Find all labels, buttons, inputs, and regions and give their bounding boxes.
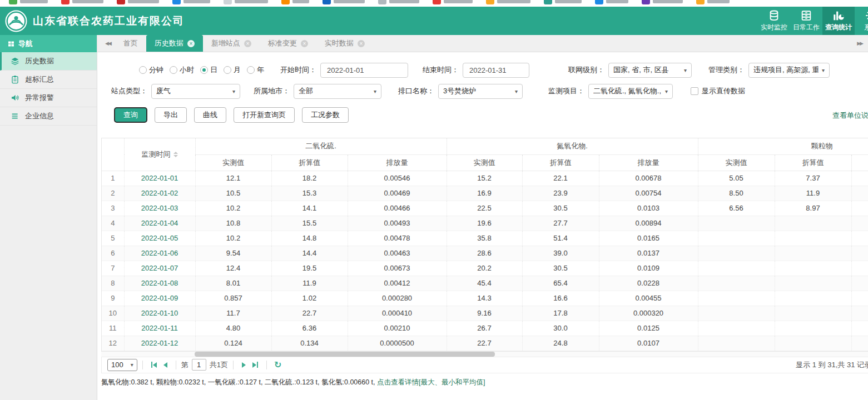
bookmark-item[interactable] — [595, 0, 628, 4]
speaker-icon — [11, 93, 19, 102]
date-link[interactable]: 2022-01-11 — [124, 321, 195, 336]
bookmark-item[interactable] — [642, 0, 683, 4]
date-link[interactable]: 2022-01-05 — [124, 231, 195, 246]
sort-icon[interactable] — [173, 152, 178, 157]
station-type-select[interactable]: 废气▾ — [151, 84, 240, 99]
close-icon[interactable]: × — [187, 40, 195, 47]
prev-page-button[interactable] — [160, 362, 171, 368]
close-icon[interactable]: × — [301, 40, 308, 47]
scrollbar-thumb[interactable] — [195, 352, 495, 357]
bookmark-item[interactable] — [281, 0, 309, 4]
bookmark-item[interactable] — [378, 0, 419, 4]
manage-type-select[interactable]: 违规项目, 高架源, 重点排▾ — [748, 63, 830, 78]
bookmark-item[interactable] — [9, 0, 48, 4]
gear-icon — [865, 9, 868, 22]
network-level-label: 联网级别： — [568, 65, 604, 75]
date-link[interactable]: 2022-01-03 — [124, 201, 195, 216]
sidebar-item-企业信息[interactable]: 企业信息 — [0, 107, 97, 126]
tab-实时数据[interactable]: 实时数据× — [316, 35, 373, 52]
header-nav-日常工作[interactable]: 日常工作 — [790, 7, 822, 35]
bookmark-item[interactable] — [486, 0, 530, 4]
tab-历史数据[interactable]: 历史数据× — [146, 35, 203, 52]
page-number-input[interactable]: 1 — [192, 359, 206, 371]
tab-首页[interactable]: 首页 — [115, 35, 146, 52]
tab-scroll-left-icon[interactable]: ◀◀ — [105, 41, 111, 46]
header-nav-查询统计[interactable]: 查询统计 — [822, 7, 855, 35]
tab-label: 历史数据 — [155, 38, 183, 48]
sidebar-item-历史数据[interactable]: 历史数据 — [0, 52, 97, 71]
date-link[interactable]: 2022-01-04 — [124, 216, 195, 231]
header-nav-系统[interactable]: 系统 — [855, 7, 868, 35]
bookmark-item[interactable] — [544, 0, 582, 4]
city-select[interactable]: 全部▾ — [294, 84, 381, 99]
period-radio-月[interactable]: 月 — [224, 65, 241, 75]
page-title: 山东省联合农药工业有限公司 — [33, 14, 185, 28]
tab-标准变更[interactable]: 标准变更× — [260, 35, 316, 52]
value-cell: 0.134 — [271, 336, 348, 351]
curve-button[interactable]: 曲线 — [194, 107, 226, 123]
last-page-button[interactable] — [249, 362, 261, 368]
time-column-header[interactable]: 监测时间 — [124, 138, 195, 171]
start-time-input[interactable]: 2022-01-01 — [320, 63, 408, 78]
sub-column-header: 实测值 — [195, 154, 271, 171]
bookmark-item[interactable] — [323, 0, 365, 4]
period-radio-日[interactable]: 日 — [200, 65, 217, 75]
refresh-icon[interactable]: ↻ — [274, 359, 281, 370]
sidebar-item-异常报警[interactable]: 异常报警 — [0, 89, 97, 107]
first-page-button[interactable] — [148, 362, 160, 368]
value-cell — [851, 171, 868, 186]
tab-新增站点[interactable]: 新增站点× — [203, 35, 260, 52]
unit-note-link[interactable]: 查看单位说明 — [832, 111, 868, 121]
bookmark-item[interactable] — [172, 0, 210, 4]
value-cell: 8.97 — [775, 201, 851, 216]
tab-scroll-right-icon[interactable]: ▶▶ — [857, 41, 862, 46]
value-cell: 0.00210 — [348, 321, 447, 336]
date-link[interactable]: 2022-01-12 — [124, 336, 195, 351]
city-label: 所属地市： — [254, 86, 290, 96]
network-level-select[interactable]: 国家, 省, 市, 区县▾ — [608, 63, 692, 78]
value-cell: 0.00478 — [348, 231, 447, 246]
value-cell: 0.0125 — [599, 321, 698, 336]
page-size-select[interactable]: 100 ▾ — [107, 359, 137, 371]
outlet-select[interactable]: 3号焚烧炉▾ — [438, 84, 523, 99]
query-button[interactable]: 查询 — [114, 107, 147, 123]
bookmark-item[interactable] — [224, 0, 268, 4]
period-radio-分钟[interactable]: 分钟 — [139, 65, 163, 75]
page-label: 第 — [181, 360, 189, 370]
header-nav-实时监控[interactable]: 实时监控 — [758, 7, 790, 35]
table-row: 52022-01-0510.214.80.0047835.851.40.0165 — [102, 231, 868, 246]
direct-data-checkbox[interactable] — [691, 87, 698, 95]
date-link[interactable]: 2022-01-02 — [124, 186, 195, 201]
next-page-button[interactable] — [239, 362, 249, 368]
direct-data-checkbox-wrap[interactable]: 显示直传数据 — [691, 86, 745, 96]
value-cell — [851, 321, 868, 336]
bookmark-label — [497, 0, 530, 3]
header-nav-label: 实时监控 — [761, 23, 787, 32]
summary-detail-link[interactable]: 点击查看详情[最大、最小和平均值] — [377, 378, 485, 386]
horizontal-scrollbar[interactable] — [101, 352, 868, 357]
value-cell: 0.0137 — [599, 246, 698, 261]
bookmark-item[interactable] — [433, 0, 473, 4]
condition-params-button[interactable]: 工况参数 — [302, 107, 349, 123]
data-table: 监测时间二氧化硫.氮氧化物.颗粒物实测值折算值排放量实测值折算值排放量实测值折算… — [101, 138, 868, 352]
bookmark-item[interactable] — [117, 0, 159, 4]
sidebar-item-超标汇总[interactable]: 超标汇总 — [0, 71, 97, 89]
close-icon[interactable]: × — [358, 40, 365, 47]
date-link[interactable]: 2022-01-09 — [124, 291, 195, 306]
period-radio-小时[interactable]: 小时 — [170, 65, 194, 75]
export-button[interactable]: 导出 — [155, 107, 187, 123]
date-link[interactable]: 2022-01-10 — [124, 306, 195, 321]
bookmark-item[interactable] — [696, 0, 730, 4]
date-link[interactable]: 2022-01-01 — [124, 171, 195, 186]
date-link[interactable]: 2022-01-06 — [124, 246, 195, 261]
open-new-query-button[interactable]: 打开新查询页 — [234, 107, 295, 123]
date-link[interactable]: 2022-01-07 — [124, 261, 195, 276]
date-link[interactable]: 2022-01-08 — [124, 276, 195, 291]
bookmark-item[interactable] — [61, 0, 103, 4]
close-icon[interactable]: × — [244, 40, 251, 47]
value-cell — [775, 321, 851, 336]
end-time-input[interactable]: 2022-01-31 — [463, 63, 529, 78]
monitor-items-select[interactable]: 二氧化硫., 氮氧化物., 颗粒▾ — [588, 84, 673, 99]
group-header-氮氧化物.: 氮氧化物. — [447, 138, 698, 154]
period-radio-年[interactable]: 年 — [247, 65, 264, 75]
